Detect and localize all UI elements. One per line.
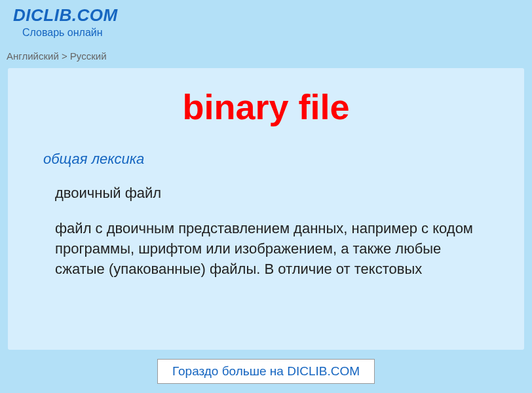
more-link[interactable]: Гораздо больше на DICLIB.COM [172, 364, 360, 378]
site-subtitle: Словарь онлайн [22, 27, 519, 39]
definition-short: двоичный файл [55, 185, 493, 202]
term-category: общая лексика [43, 151, 506, 168]
definition-long: файл с двоичным представлением данных, н… [55, 219, 493, 279]
dictionary-entry-card: binary file общая лексика двоичный файл … [8, 68, 524, 350]
term-definition: двоичный файл файл с двоичным представле… [55, 185, 493, 279]
site-header: DICLIB.COM Словарь онлайн [0, 0, 532, 41]
more-link-box: Гораздо больше на DICLIB.COM [157, 359, 375, 384]
breadcrumb[interactable]: Английский > Русский [0, 41, 532, 64]
term-title: binary file [26, 86, 506, 127]
site-logo[interactable]: DICLIB.COM [13, 5, 519, 26]
